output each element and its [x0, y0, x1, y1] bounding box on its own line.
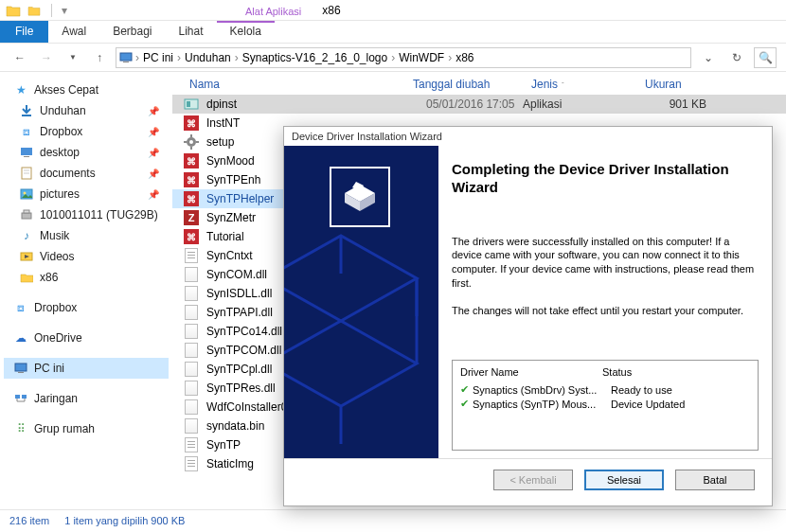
sidebar-item-label: pictures	[40, 187, 80, 201]
file-name: dpinst	[206, 98, 422, 111]
sidebar-label: Jaringan	[34, 392, 78, 405]
sidebar-item[interactable]: Videos	[4, 246, 169, 267]
svg-rect-13	[15, 364, 27, 371]
sidebar-label: Grup rumah	[34, 422, 95, 435]
col-status: Status	[602, 366, 632, 378]
sidebar-item[interactable]: desktop📌	[4, 142, 169, 163]
sidebar-item[interactable]: ⧈Dropbox📌	[4, 121, 169, 142]
file-name: SynZMetr	[206, 211, 256, 224]
crumb[interactable]: WinWDF	[397, 51, 446, 64]
file-icon	[184, 362, 199, 377]
item-icon	[19, 145, 34, 160]
sidebar-onedrive[interactable]: ☁ OneDrive	[4, 328, 169, 348]
file-name: setup	[206, 135, 234, 149]
cancel-button[interactable]: Batal	[675, 470, 755, 490]
file-icon: ⌘	[184, 172, 199, 187]
driver-name: Synaptics (SynTP) Mous...	[473, 399, 611, 410]
sidebar-dropbox[interactable]: ⧈ Dropbox	[4, 297, 169, 318]
svg-rect-16	[22, 395, 27, 399]
sidebar-pc[interactable]: PC ini	[4, 358, 169, 379]
svg-rect-4	[24, 156, 29, 157]
crumb[interactable]: Synaptics-V16_2_16_0_logo	[241, 51, 389, 64]
file-size: 901 KB	[640, 98, 706, 111]
sidebar-item-label: desktop	[40, 146, 80, 159]
sidebar-network[interactable]: Jaringan	[4, 388, 169, 409]
history-dropdown-icon[interactable]: ⌄	[697, 47, 720, 68]
sidebar-label: OneDrive	[34, 331, 82, 345]
crumb[interactable]: PC ini	[141, 51, 175, 64]
file-name: SynMood	[206, 154, 255, 168]
tab-lihat[interactable]: Lihat	[166, 21, 217, 43]
status-count: 216 item	[9, 515, 49, 526]
qat-dropdown-icon[interactable]: ▾	[62, 4, 67, 17]
file-icon	[184, 324, 199, 339]
titlebar: ▾ Alat Aplikasi x86	[0, 0, 786, 21]
item-icon	[19, 186, 34, 202]
driver-wizard-dialog: Device Driver Installation Wizard Comple…	[283, 126, 773, 506]
file-row[interactable]: ⌘SynTPHelper	[172, 189, 295, 208]
sidebar-item-label: Unduhan	[40, 104, 86, 117]
svg-rect-0	[120, 53, 132, 61]
navbar: ← → ▼ ↑ › PC ini› Unduhan› Synaptics-V16…	[0, 44, 786, 72]
refresh-icon[interactable]: ↻	[725, 47, 748, 68]
file-row[interactable]: dpinst05/01/2016 17:05Aplikasi901 KB	[172, 95, 786, 114]
sidebar-quick-access[interactable]: ★ Akses Cepat	[4, 80, 169, 100]
homegroup-icon: ⠿	[13, 421, 28, 436]
driver-table: Driver Name Status ✔Synaptics (SmbDrv) S…	[452, 360, 759, 451]
crumb[interactable]: x86	[454, 51, 475, 64]
file-name: InstNT	[206, 116, 240, 130]
sidebar: ★ Akses Cepat Unduhan📌⧈Dropbox📌desktop📌d…	[0, 72, 172, 509]
cloud-icon: ☁	[13, 330, 28, 346]
sidebar-homegroup[interactable]: ⠿ Grup rumah	[4, 418, 169, 439]
breadcrumb[interactable]: › PC ini› Unduhan› Synaptics-V16_2_16_0_…	[116, 47, 691, 68]
tab-file[interactable]: File	[0, 21, 48, 43]
file-name: SynTPAPI.dll	[206, 306, 273, 319]
col-date[interactable]: Tanggal diubah	[413, 78, 531, 91]
svg-rect-11	[24, 210, 29, 213]
sidebar-item[interactable]: documents📌	[4, 163, 169, 184]
svg-point-20	[189, 140, 193, 144]
finish-button[interactable]: Selesai	[584, 470, 664, 490]
sidebar-item[interactable]: Unduhan📌	[4, 100, 169, 121]
sidebar-item[interactable]: x86	[4, 267, 169, 288]
file-name: SynTPHelper	[206, 192, 274, 205]
tab-berbagi[interactable]: Berbagi	[99, 21, 165, 43]
window-title: x86	[314, 4, 348, 17]
pin-icon: 📌	[148, 189, 159, 200]
search-icon[interactable]: 🔍	[754, 47, 777, 68]
sidebar-item[interactable]: 1010011011 (TUG29B)	[4, 204, 169, 225]
crumb[interactable]: Unduhan	[183, 51, 233, 64]
file-icon	[184, 437, 199, 452]
tab-kelola[interactable]: Kelola	[217, 21, 275, 43]
nav-forward-icon[interactable]: →	[36, 47, 57, 68]
col-size[interactable]: Ukuran	[645, 78, 721, 91]
sidebar-item[interactable]: pictures📌	[4, 184, 169, 204]
sidebar-item[interactable]: ♪Musik	[4, 225, 169, 246]
sort-asc-icon: ˆ	[562, 80, 564, 89]
nav-history-icon[interactable]: ▼	[63, 47, 83, 68]
file-icon	[184, 248, 199, 263]
pc-icon	[118, 50, 134, 65]
dialog-title: Device Driver Installation Wizard	[284, 127, 772, 146]
file-icon	[184, 343, 199, 358]
nav-up-icon[interactable]: ↑	[89, 47, 110, 68]
install-box-icon	[330, 167, 390, 227]
sidebar-label: Dropbox	[34, 301, 77, 314]
ribbon-tabs: File Awal Berbagi Lihat Kelola	[0, 21, 786, 44]
file-name: SynTPEnh	[206, 173, 260, 186]
tab-awal[interactable]: Awal	[48, 21, 99, 43]
driver-name: Synaptics (SmbDrv) Syst...	[473, 384, 611, 396]
file-name: StaticImg	[206, 457, 254, 470]
pin-icon: 📌	[148, 106, 159, 116]
col-name[interactable]: Nama	[189, 78, 413, 91]
col-driver-name: Driver Name	[460, 366, 602, 378]
status-size: 900 KB	[151, 515, 185, 526]
dialog-heading: Completing the Device Driver Installatio…	[452, 161, 759, 197]
dialog-para1: The drivers were successfully installed …	[452, 235, 759, 291]
driver-status: Device Updated	[611, 399, 685, 410]
pin-icon: 📌	[148, 127, 159, 137]
col-type[interactable]: Jenisˆ	[531, 78, 645, 91]
file-name: syndata.bin	[206, 419, 264, 433]
nav-back-icon[interactable]: ←	[9, 47, 30, 68]
sidebar-label: Akses Cepat	[34, 83, 98, 97]
